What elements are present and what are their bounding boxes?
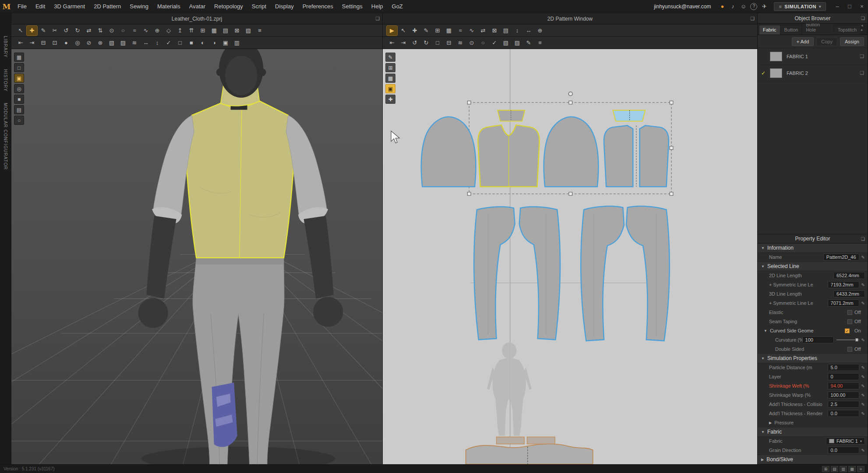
subsection-curved-side-geome[interactable]: ▼Curved Side Geome✓On: [758, 326, 868, 335]
remove-pin-icon[interactable]: ○: [118, 26, 128, 35]
copy-button[interactable]: Copy: [816, 37, 837, 46]
sewing-target-icon[interactable]: ◎: [72, 38, 83, 48]
loop-icon[interactable]: ○: [478, 38, 488, 48]
property-value[interactable]: 2.5: [828, 401, 859, 408]
frame-icon[interactable]: □: [175, 38, 185, 48]
add-pattern-icon[interactable]: ✚: [385, 95, 395, 104]
edit-pencil-icon[interactable]: ✎: [861, 384, 865, 388]
menu-sewing[interactable]: Sewing: [125, 3, 153, 10]
edit-pencil-icon[interactable]: ✎: [861, 411, 865, 416]
sound-icon[interactable]: ♪: [727, 2, 738, 11]
edit-pattern-icon[interactable]: ↖: [398, 26, 409, 35]
detach-icon[interactable]: ⊘: [84, 38, 94, 48]
property-value[interactable]: 0.0: [828, 410, 859, 417]
cut-tool-icon[interactable]: ✂: [49, 26, 60, 35]
checkbox-off-icon[interactable]: [847, 310, 852, 315]
edit-pencil-icon[interactable]: ✎: [861, 393, 865, 398]
hatch-b-icon[interactable]: ▨: [118, 38, 128, 48]
pattern-piece-bodice-back-right[interactable]: [640, 126, 669, 187]
triangle-icon[interactable]: ▶: [769, 421, 772, 425]
half-right-icon[interactable]: ◑: [209, 38, 219, 48]
edit-pencil-icon[interactable]: ✎: [861, 448, 865, 453]
property-value[interactable]: 6433.2mm: [833, 290, 865, 297]
section-header-simulation-properties[interactable]: ▼Simulation Properties: [758, 354, 868, 363]
property-value[interactable]: 5.0: [828, 364, 859, 371]
pattern-piece-collar-right[interactable]: [613, 110, 645, 121]
dot-box-icon[interactable]: ⊡: [49, 38, 60, 48]
tack-icon[interactable]: ⊕: [152, 26, 162, 35]
menu-materials[interactable]: Materials: [153, 3, 185, 10]
project-tab[interactable]: Leather_Cloth-01.zprj: [172, 16, 222, 22]
layout-quad-icon[interactable]: ▦: [848, 466, 856, 472]
grid-icon[interactable]: ⊞: [198, 26, 208, 35]
property-value[interactable]: 6522.4mm: [833, 272, 865, 279]
pin-2d-icon[interactable]: ⊙: [466, 38, 477, 48]
stretch-v-icon[interactable]: ↕: [152, 38, 162, 48]
flip-vertical-icon[interactable]: ⇅: [95, 26, 106, 35]
segment-sewing-icon[interactable]: ≈: [129, 26, 140, 35]
rotate-ccw-icon[interactable]: ↺: [61, 26, 71, 35]
sewing-dot-icon[interactable]: ●: [61, 38, 71, 48]
edit-pencil-icon[interactable]: ✎: [861, 338, 865, 342]
edit-pencil-icon[interactable]: ✎: [861, 365, 865, 370]
menu-edit[interactable]: Edit: [31, 3, 49, 10]
layout-columns-icon[interactable]: ▥: [840, 466, 847, 472]
slider-handle[interactable]: [855, 338, 858, 342]
show-texture-icon[interactable]: ▣: [14, 74, 24, 83]
simulation-mode-button[interactable]: ≡ SIMULATION ▾: [774, 2, 826, 11]
show-solid-icon[interactable]: ■: [14, 95, 24, 104]
edit-texture-2d-icon[interactable]: ✎: [385, 53, 395, 62]
rectangle-icon[interactable]: ▦: [444, 26, 454, 35]
pattern-piece-collar-left[interactable]: [498, 110, 525, 121]
transform-pattern-icon[interactable]: ▶: [387, 26, 397, 35]
show-avatar-icon[interactable]: ▦: [14, 53, 24, 62]
half-left-icon[interactable]: ◐: [198, 38, 208, 48]
side-tab-modular-configurator[interactable]: MODULAR CONFIGURATOR: [3, 103, 8, 170]
checkbox-off-icon[interactable]: [847, 347, 852, 352]
slider-track[interactable]: [836, 339, 859, 340]
show-grid-2d-icon[interactable]: ⊞: [385, 63, 395, 72]
rotate-ccw-2d-icon[interactable]: ↺: [409, 38, 420, 48]
free-sewing-2d-icon[interactable]: ∿: [466, 26, 477, 35]
select-tool-icon[interactable]: ↖: [15, 26, 26, 35]
polygon-icon[interactable]: ⊞: [432, 26, 443, 35]
rotate-cw-2d-icon[interactable]: ↻: [421, 38, 431, 48]
menu-avatar[interactable]: Avatar: [185, 3, 210, 10]
edit-pencil-icon[interactable]: ✎: [861, 402, 865, 407]
layout-rows-icon[interactable]: ▤: [831, 466, 838, 472]
share-icon[interactable]: ✈: [759, 2, 769, 11]
section-header-information[interactable]: ▼Information: [758, 244, 868, 253]
menu-file[interactable]: File: [13, 3, 31, 10]
strengthen-icon[interactable]: ⇈: [186, 26, 197, 35]
fit-pattern-icon[interactable]: ⇥: [398, 38, 409, 48]
tab-scroll-arrows[interactable]: ◂ ▸: [861, 23, 866, 35]
pin-icon[interactable]: ⊙: [106, 26, 117, 35]
erase-sewing-icon[interactable]: ⊠: [489, 26, 500, 35]
show-pattern-icon[interactable]: ▦: [385, 74, 395, 83]
steam-icon[interactable]: ≋: [129, 38, 140, 48]
pattern-piece-waistband-right[interactable]: [527, 437, 555, 444]
menu-3d-garment[interactable]: 3D Garment: [49, 3, 89, 10]
menu-preferences[interactable]: Preferences: [298, 3, 338, 10]
checkbox-on-icon[interactable]: ✓: [845, 328, 850, 333]
property-value[interactable]: 0: [828, 373, 859, 380]
panel-icon[interactable]: ▥: [232, 38, 242, 48]
merge-icon[interactable]: ⊗: [95, 38, 106, 48]
edit-pencil-icon[interactable]: ✎: [861, 374, 865, 379]
popout-icon[interactable]: ❏: [375, 16, 380, 21]
lift-garment-icon[interactable]: ↥: [175, 26, 185, 35]
elastic-2d-icon[interactable]: ≋: [455, 38, 466, 48]
property-value[interactable]: 100: [802, 336, 834, 343]
menu-script[interactable]: Script: [247, 3, 271, 10]
flip-horizontal-icon[interactable]: ⇄: [84, 26, 94, 35]
align-icon[interactable]: ≡: [254, 26, 265, 35]
vertical-measure-icon[interactable]: ↕: [512, 26, 522, 35]
show-arrangement-icon[interactable]: ◎: [14, 84, 24, 93]
quad-mesh-icon[interactable]: ▤: [220, 26, 231, 35]
property-value[interactable]: 100.00: [828, 392, 859, 399]
restore-button[interactable]: □: [843, 0, 856, 13]
menu-help[interactable]: Help: [367, 3, 388, 10]
pen-tool-icon[interactable]: ✎: [38, 26, 49, 35]
stretch-h-icon[interactable]: ↔: [141, 38, 151, 48]
edit-pencil-icon[interactable]: ✎: [861, 255, 865, 260]
